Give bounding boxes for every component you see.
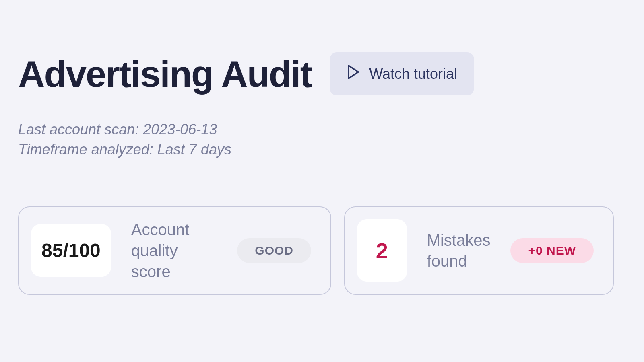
mistakes-new-badge: +0 NEW [510,238,594,263]
score-value-box: 85/100 [31,224,111,277]
tutorial-button-label: Watch tutorial [369,66,457,82]
score-value: 85/100 [41,239,101,261]
mistakes-card: 2 Mistakes found +0 NEW [344,206,614,295]
mistakes-label: Mistakes found [427,230,491,272]
score-label: Account quality score [131,219,217,282]
timeframe-text: Timeframe analyzed: Last 7 days [18,140,626,160]
meta-info: Last account scan: 2023-06-13 Timeframe … [18,119,626,160]
mistakes-value: 2 [376,238,388,263]
page-title: Advertising Audit [18,56,312,93]
last-scan-text: Last account scan: 2023-06-13 [18,119,626,140]
mistakes-value-box: 2 [357,219,407,282]
play-icon [347,64,360,83]
watch-tutorial-button[interactable]: Watch tutorial [330,52,474,95]
score-status-badge: GOOD [237,238,311,263]
account-quality-card: 85/100 Account quality score GOOD [18,206,331,295]
